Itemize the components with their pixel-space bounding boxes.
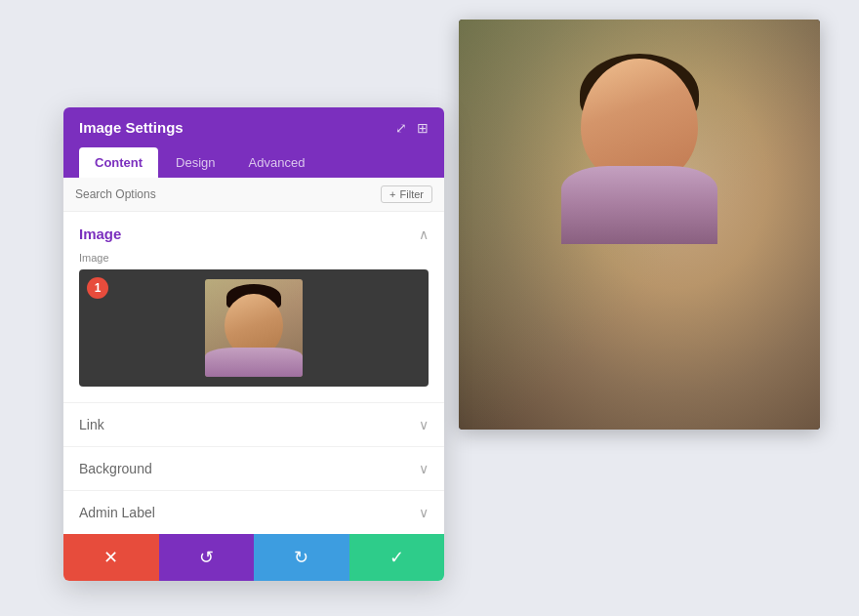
image-section-content: Image 1: [63, 252, 444, 402]
filter-plus: +: [389, 188, 395, 200]
section-image: Image ∧ Image 1: [63, 212, 444, 403]
panel-content: Image ∧ Image 1: [63, 212, 444, 534]
thumb-bg-face: [205, 279, 303, 377]
image-upload-area[interactable]: 1: [79, 269, 429, 387]
section-background[interactable]: Background ∨: [63, 447, 444, 491]
section-admin-label-title: Admin Label: [79, 505, 155, 520]
save-icon: ✓: [389, 547, 404, 568]
tab-advanced[interactable]: Advanced: [233, 147, 321, 178]
save-button[interactable]: ✓: [349, 534, 445, 581]
person-shirt: [561, 166, 717, 244]
panel-tabs: Content Design Advanced: [63, 147, 444, 178]
tab-content[interactable]: Content: [79, 147, 158, 178]
section-image-header[interactable]: Image ∧: [63, 212, 444, 252]
redo-button[interactable]: ↻: [254, 534, 349, 581]
section-admin-label[interactable]: Admin Label ∨: [63, 491, 444, 534]
thumb-shirt: [205, 348, 303, 377]
filter-label: Filter: [400, 188, 424, 200]
section-image-title: Image: [79, 226, 121, 242]
undo-button[interactable]: ↺: [159, 534, 255, 581]
cancel-button[interactable]: ✕: [63, 534, 159, 581]
undo-icon: ↺: [199, 547, 214, 568]
redo-icon: ↻: [294, 547, 308, 568]
panel-title: Image Settings: [79, 119, 184, 136]
chevron-down-icon-background: ∨: [419, 461, 429, 476]
settings-panel: Image Settings ⤢ ⊞ Content Design Advanc…: [63, 107, 444, 581]
settings-icon[interactable]: ⊞: [417, 120, 429, 136]
header-icons: ⤢ ⊞: [395, 120, 429, 136]
person-silhouette: [561, 49, 717, 244]
tab-design[interactable]: Design: [160, 147, 230, 178]
background-photo-inner: [459, 20, 820, 430]
image-field-label: Image: [79, 252, 429, 264]
search-bar: + Filter: [63, 178, 444, 212]
expand-icon[interactable]: ⤢: [395, 120, 407, 136]
bottom-toolbar: ✕ ↺ ↻ ✓: [63, 534, 444, 581]
chevron-down-icon-link: ∨: [419, 417, 429, 432]
background-photo-panel: [459, 20, 820, 430]
panel-header: Image Settings ⤢ ⊞: [63, 107, 444, 147]
section-background-title: Background: [79, 461, 152, 476]
chevron-down-icon-admin: ∨: [419, 505, 429, 520]
search-input[interactable]: [75, 187, 381, 201]
filter-button[interactable]: + Filter: [381, 185, 432, 203]
chevron-up-icon: ∧: [419, 226, 429, 242]
cancel-icon: ✕: [103, 547, 118, 568]
image-thumbnail: [205, 279, 303, 377]
section-link-title: Link: [79, 417, 104, 432]
section-link[interactable]: Link ∨: [63, 403, 444, 447]
number-badge: 1: [87, 277, 108, 299]
